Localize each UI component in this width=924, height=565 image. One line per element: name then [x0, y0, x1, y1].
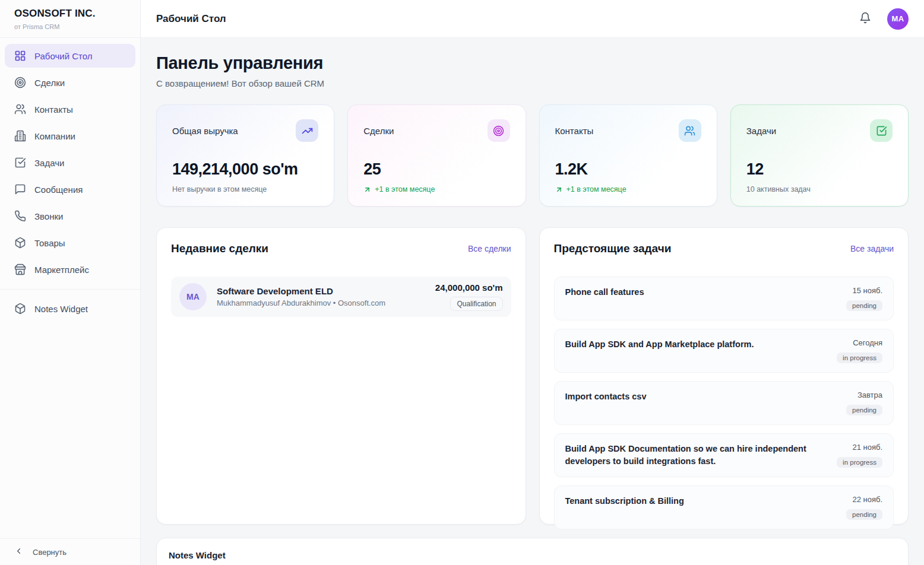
sidebar-item-label: Компании — [34, 131, 75, 141]
page-subtitle: С возвращением! Вот обзор вашей CRM — [156, 78, 909, 88]
brand-subtitle: от Prisma CRM — [14, 23, 126, 30]
bell-icon — [859, 12, 871, 26]
sidebar-item-label: Задачи — [34, 158, 64, 168]
stat-note: +1 в этом месяце — [363, 185, 510, 193]
task-status-badge: in progress — [837, 457, 882, 468]
stat-card: Контакты 1.2K +1 в этом месяце — [539, 104, 717, 207]
page-title: Панель управления — [156, 53, 909, 73]
stat-value: 12 — [746, 160, 893, 179]
stat-value: 1.2K — [555, 160, 701, 179]
trending-up-icon — [296, 119, 318, 142]
stat-value: 25 — [363, 160, 510, 179]
sidebar-item-label: Звонки — [34, 211, 63, 221]
stats-grid: Общая выручка 149,214,000 so'm Нет выруч… — [156, 104, 909, 207]
sidebar-item-label: Рабочий Стол — [34, 51, 93, 61]
sidebar-item-label: Notes Widget — [34, 304, 88, 314]
target-icon — [488, 119, 510, 142]
brand: OSONSOFT INC. от Prisma CRM — [0, 0, 140, 37]
target-icon — [14, 77, 26, 88]
task-title: Tenant subscription & Billing — [565, 495, 684, 520]
sidebar-item-label: Сделки — [34, 78, 65, 88]
check-square-icon — [870, 119, 893, 142]
task-title: Build App SDK and App Marketplace platfo… — [565, 338, 754, 363]
stat-label: Задачи — [746, 126, 776, 136]
store-icon — [14, 264, 26, 275]
building-icon — [14, 130, 26, 142]
stat-note: Нет выручки в этом месяце — [172, 185, 318, 193]
task-row[interactable]: Import contacts csv Завтра pending — [554, 381, 894, 425]
task-row[interactable]: Build App SDK Documentation so we can hi… — [554, 433, 894, 477]
task-status-badge: pending — [846, 509, 882, 520]
deal-name: Software Development ELD — [217, 286, 425, 296]
check-square-icon — [14, 157, 26, 169]
notes-widget-panel: Notes Widget — [156, 538, 909, 565]
task-due-date: Сегодня — [837, 338, 882, 347]
deal-list: MA Software Development ELD Mukhammadyus… — [171, 277, 511, 317]
stat-note: +1 в этом месяце — [555, 185, 701, 193]
stat-card: Сделки 25 +1 в этом месяце — [347, 104, 526, 207]
arrow-up-right-icon — [555, 186, 563, 193]
task-row[interactable]: Tenant subscription & Billing 22 нояб. p… — [554, 485, 894, 529]
message-icon — [14, 183, 26, 195]
collapse-sidebar-button[interactable]: Свернуть — [0, 538, 140, 565]
sidebar-item-label: Маркетплейс — [34, 265, 89, 275]
stat-label: Сделки — [363, 126, 394, 136]
sidebar: OSONSOFT INC. от Prisma CRM Рабочий Стол… — [0, 0, 141, 565]
deal-amount: 24,000,000 so'm — [435, 282, 503, 293]
sidebar-item-notes-widget[interactable]: Notes Widget — [5, 297, 135, 320]
sidebar-secondary-menu: Notes Widget — [0, 290, 140, 323]
deal-stage-badge: Qualification — [450, 297, 502, 311]
task-status-badge: pending — [846, 300, 882, 311]
recent-deals-title: Недавние сделки — [171, 242, 268, 255]
task-status-badge: in progress — [837, 353, 882, 363]
sidebar-item-products[interactable]: Товары — [5, 231, 135, 255]
deal-avatar: MA — [179, 283, 207, 310]
topbar: Рабочий Стол MA — [141, 0, 924, 38]
task-due-date: Завтра — [846, 391, 882, 399]
notes-widget-title: Notes Widget — [169, 550, 896, 560]
dashboard-icon — [14, 50, 26, 62]
main-column: Рабочий Стол MA Панель управления С возв… — [141, 0, 924, 565]
stat-label: Общая выручка — [172, 126, 238, 136]
recent-deals-panel: Недавние сделки Все сделки MA Software D… — [156, 227, 526, 525]
task-list: Phone call features 15 нояб. pending Bui… — [554, 277, 894, 529]
sidebar-item-marketplace[interactable]: Маркетплейс — [5, 258, 135, 281]
sidebar-item-label: Товары — [34, 238, 65, 248]
stat-note: 10 активных задач — [746, 185, 893, 193]
avatar[interactable]: MA — [887, 8, 909, 30]
brand-name: OSONSOFT INC. — [14, 8, 126, 20]
upcoming-tasks-title: Предстоящие задачи — [554, 242, 672, 255]
all-tasks-link[interactable]: Все задачи — [850, 244, 894, 253]
app-root: OSONSOFT INC. от Prisma CRM Рабочий Стол… — [0, 0, 924, 565]
notifications-button[interactable] — [855, 8, 876, 30]
task-due-date: 21 нояб. — [837, 443, 882, 452]
sidebar-item-label: Сообщения — [34, 185, 83, 195]
panels-grid: Недавние сделки Все сделки MA Software D… — [156, 227, 909, 525]
sidebar-menu: Рабочий Стол Сделки Контакты Компании — [0, 38, 140, 284]
sidebar-item-calls[interactable]: Звонки — [5, 204, 135, 228]
sidebar-item-deals[interactable]: Сделки — [5, 71, 135, 94]
stat-card: Задачи 12 10 активных задач — [730, 104, 909, 207]
task-row[interactable]: Phone call features 15 нояб. pending — [554, 277, 894, 320]
phone-icon — [14, 210, 26, 222]
all-deals-link[interactable]: Все сделки — [468, 244, 511, 253]
sidebar-item-companies[interactable]: Компании — [5, 124, 135, 148]
package-icon — [14, 237, 26, 249]
task-status-badge: pending — [846, 405, 882, 415]
sidebar-item-tasks[interactable]: Задачи — [5, 151, 135, 174]
task-title: Import contacts csv — [565, 391, 647, 415]
task-due-date: 22 нояб. — [846, 495, 882, 504]
sidebar-item-label: Контакты — [34, 104, 73, 115]
stat-value: 149,214,000 so'm — [172, 160, 318, 179]
sidebar-item-contacts[interactable]: Контакты — [5, 97, 135, 121]
arrow-up-right-icon — [363, 186, 371, 193]
topbar-actions: MA — [855, 8, 909, 30]
users-icon — [14, 103, 26, 115]
sidebar-item-messages[interactable]: Сообщения — [5, 177, 135, 201]
stat-card: Общая выручка 149,214,000 so'm Нет выруч… — [156, 104, 334, 207]
content: Панель управления С возвращением! Вот об… — [141, 38, 924, 565]
deal-meta: Mukhammadyusuf Abdurakhimov • Osonsoft.c… — [217, 299, 425, 307]
deal-row[interactable]: MA Software Development ELD Mukhammadyus… — [171, 277, 511, 317]
task-row[interactable]: Build App SDK and App Marketplace platfo… — [554, 329, 894, 373]
sidebar-item-dashboard[interactable]: Рабочий Стол — [5, 44, 135, 68]
